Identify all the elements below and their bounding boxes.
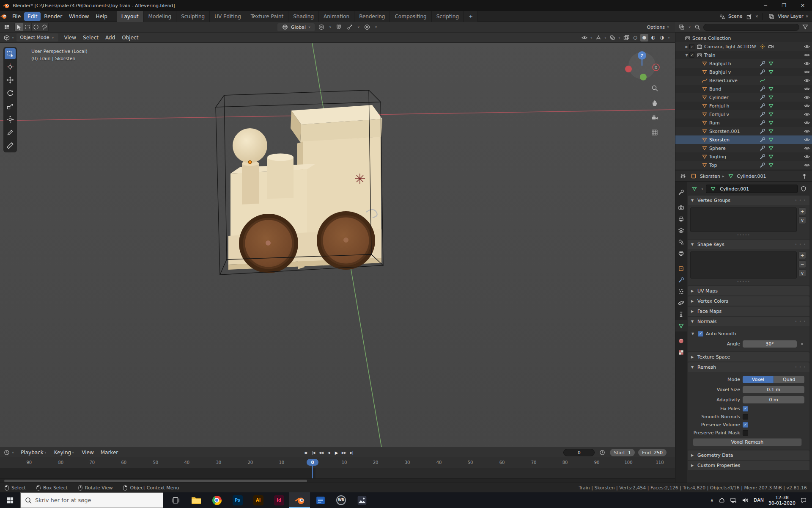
- navigation-gizmo[interactable]: Z X: [622, 46, 662, 83]
- panel-header-face-maps[interactable]: ▶Face Maps: [688, 306, 809, 316]
- play-reverse-button[interactable]: ◀: [325, 449, 332, 456]
- outliner-row-object-baghjul-h[interactable]: Baghjul h: [675, 59, 812, 68]
- rotate-tool[interactable]: [5, 88, 16, 99]
- new-scene-icon[interactable]: [745, 13, 753, 20]
- annotate-tool[interactable]: [5, 127, 16, 138]
- shading-solid-button[interactable]: ●: [640, 34, 648, 41]
- menu-render[interactable]: Render: [41, 12, 66, 21]
- workspace-tab-layout[interactable]: Layout: [117, 11, 144, 22]
- camera-view-icon[interactable]: [650, 113, 660, 123]
- taskbar-app-photoshop[interactable]: Ps: [227, 492, 248, 508]
- network-icon[interactable]: [730, 497, 737, 503]
- view-layer-selector[interactable]: View Layer: [778, 14, 803, 19]
- play-button[interactable]: ▶: [332, 449, 340, 456]
- unlink-scene-button[interactable]: ✕: [755, 14, 759, 19]
- preserve-paint-mask-checkbox[interactable]: [743, 430, 748, 436]
- workspace-tab-shading[interactable]: Shading: [288, 11, 319, 22]
- panel-header-custom-properties[interactable]: ▶Custom Properties: [688, 461, 809, 470]
- zoom-icon[interactable]: [650, 83, 660, 93]
- properties-tab-material[interactable]: [675, 335, 687, 347]
- properties-tab-modifiers[interactable]: [675, 274, 687, 286]
- search-input[interactable]: [35, 497, 159, 503]
- vertex-group-specials-button[interactable]: ∨: [798, 216, 806, 224]
- properties-tab-render[interactable]: [675, 202, 687, 213]
- hide-in-viewport-toggle[interactable]: [804, 69, 810, 75]
- viewport-canvas[interactable]: [0, 43, 675, 447]
- select-mode-lasso-icon[interactable]: [40, 23, 49, 31]
- properties-tab-output[interactable]: [675, 213, 687, 225]
- taskbar-app-illustrator[interactable]: Ai: [248, 492, 269, 508]
- properties-tab-particles[interactable]: [675, 286, 687, 297]
- snap-target-icon[interactable]: [346, 23, 354, 31]
- shape-keys-list[interactable]: [690, 251, 797, 279]
- select-mode-tweak-icon[interactable]: [15, 23, 23, 31]
- menu-help[interactable]: Help: [92, 12, 110, 21]
- properties-tab-object[interactable]: [675, 263, 687, 274]
- app-menu-button[interactable]: [0, 13, 7, 20]
- animate-property-dot[interactable]: [799, 343, 804, 345]
- toggle-ortho-icon[interactable]: [650, 127, 660, 138]
- voxel-remesh-button[interactable]: Voxel Remesh: [693, 438, 802, 446]
- measure-tool[interactable]: [5, 140, 16, 151]
- remesh-mode-voxel-button[interactable]: Voxel: [743, 376, 774, 383]
- outliner-row-object-baghjul-v[interactable]: Baghjul v: [675, 68, 812, 76]
- hide-in-viewport-toggle[interactable]: [804, 44, 810, 50]
- select-mode-circle-icon[interactable]: [32, 23, 40, 31]
- language-indicator[interactable]: DAN: [754, 497, 764, 503]
- hide-in-viewport-toggle[interactable]: [804, 94, 810, 100]
- panel-header-geometry-data[interactable]: ▶Geometry Data: [688, 450, 809, 460]
- current-frame-field[interactable]: 0: [563, 449, 595, 456]
- shading-wireframe-button[interactable]: ○: [631, 34, 639, 41]
- viewport-menu-object[interactable]: Object: [118, 33, 142, 42]
- box-select-tool[interactable]: [5, 48, 16, 59]
- panel-header-normals[interactable]: ▼Normals• • •: [688, 317, 809, 326]
- viewport-menu-select[interactable]: Select: [80, 33, 102, 42]
- angle-slider[interactable]: 30°: [743, 340, 797, 348]
- auto-smooth-checkbox[interactable]: ✓: [698, 331, 703, 337]
- workspace-tab-scripting[interactable]: Scripting: [432, 11, 464, 22]
- outliner-row-object-forhjul-h[interactable]: Forhjul h: [675, 102, 812, 110]
- workspace-tab-texture-paint[interactable]: Texture Paint: [246, 11, 288, 22]
- preview-range-icon[interactable]: [598, 449, 606, 456]
- add-vertex-group-button[interactable]: +: [798, 207, 806, 215]
- scrollbar-thumb[interactable]: [4, 480, 307, 482]
- datablock-name-field[interactable]: Cylinder.001: [706, 185, 798, 193]
- breadcrumb-data[interactable]: Cylinder.001: [737, 174, 766, 179]
- hide-in-viewport-toggle[interactable]: [804, 137, 810, 143]
- scale-tool[interactable]: [5, 101, 16, 112]
- outliner-row-object-skorsten[interactable]: Skorsten: [675, 135, 812, 144]
- properties-tab-texture[interactable]: [675, 347, 687, 358]
- filter-icon[interactable]: [801, 23, 809, 31]
- outliner-row-scene-collection[interactable]: Scene Collection: [675, 34, 812, 42]
- transform-tool[interactable]: [5, 114, 16, 125]
- proportional-editing-icon[interactable]: [363, 23, 371, 31]
- panel-header-uv-maps[interactable]: ▶UV Maps: [688, 286, 809, 295]
- workspace-tab-modeling[interactable]: Modeling: [144, 11, 177, 22]
- outliner-row-object-top[interactable]: Top: [675, 161, 812, 169]
- frame-ruler[interactable]: -90-80-70-60-50-40-30-20-101020304050607…: [0, 458, 675, 468]
- panel-header-remesh[interactable]: ▼Remesh• • •: [688, 362, 809, 372]
- jump-to-start-button[interactable]: |◀: [310, 449, 317, 456]
- timeline-menu-keying[interactable]: Keying∨: [51, 448, 78, 457]
- workspace-tab-uv-editing[interactable]: UV Editing: [210, 11, 246, 22]
- transform-orientation-dropdown[interactable]: Global ∨: [277, 23, 315, 31]
- add-shape-key-button[interactable]: +: [798, 251, 806, 259]
- toy-train-model[interactable]: [228, 105, 382, 273]
- add-workspace-button[interactable]: +: [464, 11, 478, 22]
- hide-in-viewport-toggle[interactable]: [804, 86, 810, 92]
- taskbar-app-blender[interactable]: [289, 492, 310, 508]
- outliner-row-object-rum[interactable]: Rum: [675, 119, 812, 127]
- hide-in-viewport-toggle[interactable]: [804, 128, 810, 134]
- properties-tab-scene[interactable]: [675, 236, 687, 248]
- remesh-mode-quad-button[interactable]: Quad: [774, 376, 805, 383]
- cursor-tool[interactable]: [5, 61, 16, 72]
- close-button[interactable]: ✕: [793, 0, 812, 11]
- timeline-menu-marker[interactable]: Marker: [97, 448, 121, 457]
- pin-icon[interactable]: [800, 172, 809, 180]
- timeline-menu-playback[interactable]: Playback∨: [17, 448, 51, 457]
- pan-hand-icon[interactable]: [650, 98, 660, 108]
- frame-end-field[interactable]: End250: [638, 449, 667, 456]
- start-button[interactable]: [0, 492, 20, 508]
- taskbar-search[interactable]: [20, 492, 163, 508]
- collection-checkbox[interactable]: ✓: [689, 52, 694, 58]
